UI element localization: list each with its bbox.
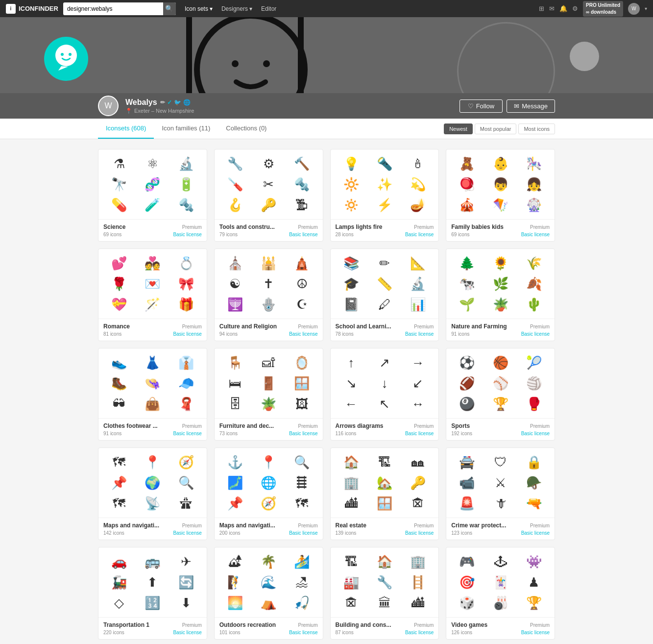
preview-icon: 🪴 [491,295,510,314]
card-badge: Premium [298,423,317,429]
nav-right: ⊞ ✉ 🔔 ⚙ PRO Unlimited ∞ downloads W ▾ [539,1,647,17]
card-info: Maps and navigati... Premium 200 icons B… [215,518,323,540]
card-meta: 73 icons Basic license [219,431,318,436]
card-badge: Premium [298,324,317,329]
icon-set-card[interactable]: 🧸👶🎠🪀👦👧🎪🪁🎡 Family babies kids Premium 69 … [446,149,555,242]
edit-icon[interactable]: ✏ [160,99,165,106]
preview-icon: 🌻 [491,254,510,272]
tab-iconsets[interactable]: Iconsets (608) [98,119,154,139]
card-meta: 28 icons Basic license [336,232,434,237]
search-button[interactable]: 🔍 [163,2,176,15]
preview-icon: ⚙ [259,154,278,173]
card-license: Basic license [405,530,434,536]
sort-most-icons[interactable]: Most icons [518,124,555,134]
card-info: Outdoors recreation Premium 101 icons Ba… [215,617,323,639]
tabs-bar: Iconsets (608) Icon families (11) Collec… [0,119,653,139]
card-info: Transportation 1 Premium 220 icons Basic… [98,617,207,639]
preview-icon: 🧬 [143,175,162,194]
icon-set-card[interactable]: 🗺📍🧭📌🌍🔍🗺📡🛣 Maps and navigati... Premium 1… [98,447,207,540]
card-meta: 123 icons Basic license [451,530,550,536]
card-title: Maps and navigati... [103,522,159,529]
nav-designers[interactable]: Designers ▾ [218,3,256,14]
nav-editor[interactable]: Editor [257,3,280,14]
preview-icon: 🪛 [226,175,244,194]
icon-set-card[interactable]: 🏗🏠🏢🏭🔧🪜🏚🏛🏙 Building and cons... Premium 8… [330,547,439,640]
card-meta: 78 icons Basic license [336,331,434,337]
twitter-icon[interactable]: 🐦 [174,99,181,106]
icon-set-card[interactable]: ⚓📍🔍🗾🌐🛤📌🧭🗺 Maps and navigati... Premium 2… [214,447,323,540]
icon-set-card[interactable]: 🎮🕹👾🎯🃏♟🎲🎳🏆 Video games Premium 126 icons … [446,547,555,640]
icon-set-card[interactable]: 👟👗👔🥾👒🧢🕶👜🧣 Clothes footwear ... Premium 9… [98,348,207,441]
tab-collections[interactable]: Collections (0) [218,119,274,139]
profile-name-text: Webalys [125,98,157,107]
sort-newest[interactable]: Newest [444,124,473,134]
message-button[interactable]: ✉ Message [507,99,555,113]
card-meta: 69 icons Basic license [103,232,202,237]
icon-set-card[interactable]: 🏠🏗🏘🏢🏡🔑🏙🪟🏚 Real estate Premium 139 icons … [330,447,439,540]
icon-set-card[interactable]: 🪑🛋🪞🛏🚪🪟🗄🪴🖼 Furniture and dec... Premium 7… [214,348,323,441]
user-avatar[interactable]: W [628,3,640,15]
icon-set-card[interactable]: 🔧⚙🔨🪛✂🔩🪝🔑🗜 Tools and constru... Premium 7… [214,149,323,242]
sort-most-popular[interactable]: Most popular [475,124,517,134]
card-preview: ⚗⚛🔬🔭🧬🔋💊🧪🔩 [98,149,207,219]
preview-icon: 🌐 [259,473,278,492]
icon-set-card[interactable]: 📚✏📐🎓📏🔬📓🖊📊 School and Learni... Premium 7… [330,248,439,341]
follow-button[interactable]: ♡ Follow [460,99,503,113]
preview-icon: 💑 [143,254,162,272]
card-title-row: Romance Premium [103,323,202,330]
preview-icon: 🚂 [110,573,128,592]
icon-set-card[interactable]: ⛪🕌🛕☯✝☮🕎🪬☪ Culture and Religion Premium 9… [214,248,323,341]
card-count: 101 icons [219,630,241,635]
preview-icon: 🚪 [259,374,278,393]
brand-logo[interactable]: i ICONFINDER [6,4,58,14]
card-count: 81 icons [103,331,121,337]
card-title: Romance [103,323,130,330]
icon-set-card[interactable]: ⚽🏀🎾🏈⚾🏐🎱🏆🥊 Sports Premium 192 icons Basic… [446,348,555,441]
preview-icon: 🎯 [458,573,476,592]
bell-icon[interactable]: 🔔 [559,5,567,12]
search-input[interactable] [63,2,176,15]
website-icon[interactable]: 🌐 [183,99,191,106]
icon-set-card[interactable]: 💕💑💍🌹💌🎀💝🪄🎁 Romance Premium 81 icons Basic… [98,248,207,341]
preview-icon: 🎲 [458,594,476,612]
heart-icon: ♡ [468,102,474,110]
card-license: Basic license [521,331,550,337]
icon-set-card[interactable]: 🚔🛡🔒📹⚔🪖🚨🗡🔫 Crime war protect... Premium 1… [446,447,555,540]
icon-set-card[interactable]: 🌲🌻🌾🐄🌿🍂🌱🪴🌵 Nature and Farming Premium 91 … [446,248,555,341]
preview-icon: 💌 [143,274,162,293]
preview-icon: 🪝 [226,196,244,214]
icon-set-card[interactable]: 💡🔦🕯🔆✨💫🔅⚡🪔 Lamps lights fire Premium 28 i… [330,149,439,242]
mail-icon[interactable]: ✉ [549,5,555,12]
tab-icon-families[interactable]: Icon families (11) [154,119,218,139]
nav-icon-sets[interactable]: Icon sets ▾ [181,3,217,14]
card-count: 69 icons [103,232,121,237]
card-meta: 87 icons Basic license [336,630,434,635]
preview-icon: 🌱 [458,295,476,314]
preview-icon: 📡 [143,494,162,513]
card-title: Tools and constru... [219,223,275,230]
grid-icon[interactable]: ⊞ [539,5,544,12]
chevron-down-icon-user[interactable]: ▾ [645,6,647,11]
card-meta: 192 icons Basic license [451,431,550,436]
settings-icon[interactable]: ⚙ [572,5,578,12]
card-license: Basic license [289,530,317,536]
card-info: Nature and Farming Premium 91 icons Basi… [446,319,555,341]
preview-icon: 🔬 [177,154,195,173]
svg-point-4 [232,60,239,67]
icon-set-card[interactable]: ⚗⚛🔬🔭🧬🔋💊🧪🔩 Science Premium 69 icons Basic… [98,149,207,242]
icon-set-card[interactable]: ↑↗→↘↓↙←↖↔ Arrows diagrams Premium 116 ic… [330,348,439,441]
icon-set-card[interactable]: 🏕🌴🏄🧗🌊🏖🌅⛺🎣 Outdoors recreation Premium 10… [214,547,323,640]
card-preview: 🌲🌻🌾🐄🌿🍂🌱🪴🌵 [446,249,555,319]
card-license: Basic license [289,630,317,635]
preview-icon: 🏐 [525,374,543,393]
profile-actions: ♡ Follow ✉ Message [460,99,555,113]
preview-icon: 🏢 [409,552,427,571]
preview-icon: 🧗 [226,573,244,592]
card-license: Basic license [173,431,201,436]
preview-icon: 🏠 [375,552,394,571]
preview-icon: 🌴 [259,552,278,571]
card-info: Arrows diagrams Premium 116 icons Basic … [331,418,439,440]
hero-decoration-curve [457,22,555,93]
icon-set-card[interactable]: 🚗🚌✈🚂⬆🔄◇🔢⬇ Transportation 1 Premium 220 i… [98,547,207,640]
card-count: 91 icons [451,331,469,337]
